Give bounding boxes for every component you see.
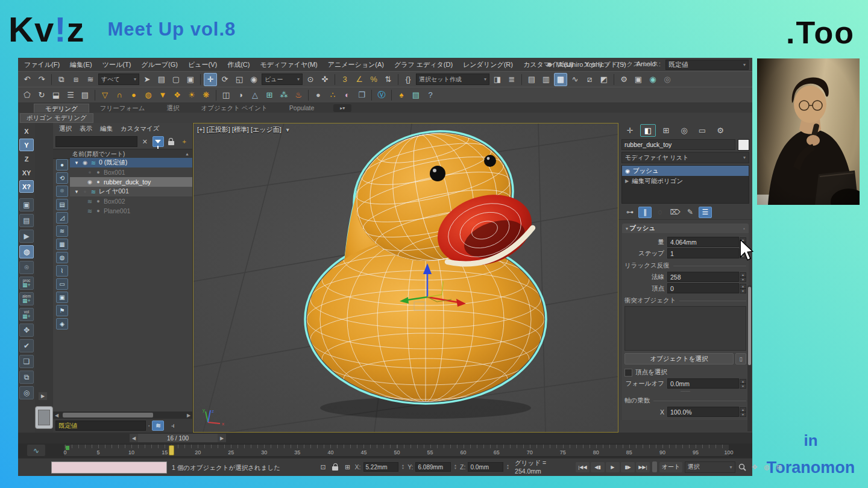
spinner-snap-icon[interactable]: ⇅ [382,73,395,86]
proc-create-icon[interactable]: proc▦+ [19,277,34,290]
normals-field[interactable]: 258 [667,272,739,282]
material-editor-icon[interactable]: ◩ [597,73,611,86]
ies-light-icon[interactable]: ❖ [171,89,184,102]
edit-stack-icon[interactable]: ✎ [684,207,697,218]
select-by-name-icon[interactable]: ▤ [155,73,168,86]
sphere-light-icon[interactable]: ● [127,89,140,102]
z-coord-field[interactable]: 0.0mm [468,462,503,472]
percent-snap-icon[interactable]: % [367,73,380,86]
stack-item-editable-poly[interactable]: ▶ 編集可能ポリゴン [622,176,749,186]
panel-scrollbar[interactable] [747,286,752,431]
menu-e[interactable]: 編集(E) [70,60,92,69]
pin-stack-icon[interactable]: ⊶ [623,207,637,218]
axis-constraint-y-button[interactable]: Y [19,139,34,151]
filter-helpers-icon[interactable]: ◿ [56,212,68,224]
target-light-icon[interactable]: ▽ [98,89,112,102]
ribbon-config-icon[interactable]: ▸▾ [333,104,351,112]
explorer-menu-item[interactable]: 選択 [59,125,72,133]
populate-tool-icon[interactable]: ⬠ [20,89,34,102]
x-spinner[interactable]: ▲▼ [401,464,405,470]
collision-objects-list[interactable] [624,306,746,351]
falloff-field[interactable]: 0.0mm [667,378,739,389]
tab-hierarchy-icon[interactable]: ⊞ [658,124,674,137]
expand-stack-icon[interactable]: ▶ [625,178,629,184]
axis-constraint-x-button[interactable]: X [19,125,34,137]
ribbon-tab-item[interactable]: モデリング [34,104,89,113]
ribbon-tab-item[interactable]: フリーフォーム [89,104,156,113]
next-frame-button[interactable]: ▮▶ [621,462,635,472]
reference-coordinate-dropdown[interactable]: ビュー▾ [262,74,303,85]
prev-frame-button[interactable]: ◀▮ [591,462,605,472]
forest-pack-icon[interactable]: ♠ [395,89,408,102]
explorer-row-box002[interactable]: ≋●Box002 [70,196,192,206]
hscroll-thumb[interactable] [63,413,153,418]
container-icon[interactable]: ⬓ [49,89,63,102]
layer-list-button[interactable]: ≋ [152,421,164,431]
use-pivot-center-icon[interactable]: ⊙ [304,73,317,86]
edit-named-selections-icon[interactable]: {} [401,73,415,86]
timeline-playhead[interactable] [169,445,174,455]
folders-icon[interactable]: ❏ [19,355,34,368]
fire-effect-icon[interactable]: ♨ [292,89,305,102]
pick-container-add-button[interactable]: + [178,136,190,147]
layer-icon[interactable]: ≋ [89,189,98,195]
tab-modify-icon[interactable]: ◧ [640,124,656,137]
filter-bones-icon[interactable]: ⌇ [56,265,68,277]
physical-camera-icon[interactable]: ◫ [219,89,233,102]
align-icon[interactable]: ≣ [505,73,518,86]
explorer-row-0[interactable]: ▾◉≋0 (既定値) [70,158,192,167]
steps-spinner[interactable]: ▲▼ [740,249,746,258]
script-editor-icon[interactable]: ▤ [19,214,34,227]
filter-materials-icon[interactable]: ▣ [56,292,68,303]
state-sets-icon[interactable]: ☰ [64,89,77,102]
key-filters-dropdown[interactable]: 選択▾ [685,461,735,473]
object-name-field[interactable]: rubber_duck_toy [621,139,735,150]
proxy-object-icon[interactable]: △ [248,89,262,102]
eye-icon[interactable]: ◉ [81,160,89,166]
clear-search-icon[interactable]: ✕ [139,136,151,147]
color-dots-icon[interactable]: ∴ [326,89,339,102]
expand-icon[interactable]: ▾ [72,160,81,166]
timeline-ruler[interactable]: 0510152025303540455055606570758085909510… [63,444,729,457]
viewport-label[interactable]: [+] [正投影] [標準] [エッジ面]▼ [197,125,291,134]
orbit-tool-icon[interactable]: ↻ [35,89,48,102]
zoom-icon[interactable] [738,461,747,472]
select-and-rotate-icon[interactable]: ⟳ [218,73,231,86]
tab-polygon-modeling[interactable]: ポリゴン モデリング [20,113,93,123]
explorer-row-box001[interactable]: ●●Box001 [70,167,192,177]
rollout-header[interactable]: ▾ ブッシュ ▪ [622,224,749,233]
expand-strip-arrow[interactable]: ▶ [39,392,47,400]
script-run-icon[interactable]: ▶ [19,230,34,243]
make-unique-icon[interactable]: ◌ [653,207,667,218]
eye-dim-icon[interactable]: ● [86,169,94,175]
play-button[interactable]: ▶ [606,462,620,472]
remove-modifier-icon[interactable]: ⌦ [668,207,682,218]
hierarchy-view-button[interactable]: ⫞ [166,421,178,431]
hand-list-icon[interactable]: ✔ [19,339,34,352]
bind-to-spacewarp-icon[interactable]: ≋ [84,73,97,86]
steps-field[interactable]: 1 [667,248,739,258]
lock-explorer-button[interactable] [166,136,177,147]
material-sphere-icon[interactable]: ● [312,89,325,102]
menu-g[interactable]: グループ(G) [141,60,178,69]
y-spinner[interactable]: ▲▼ [453,464,458,470]
explorer-menu-item[interactable]: 表示 [80,125,92,133]
object-color-swatch[interactable] [738,139,749,151]
light-lister-icon[interactable]: ⌾ [19,261,34,274]
schematic-view-icon[interactable]: ⧄ [583,73,596,86]
filter-shapes-icon[interactable]: ⟲ [56,172,68,184]
vray-toolbar-icon[interactable]: Ⓥ [375,89,388,102]
select-and-manipulate-icon[interactable]: ✜ [318,73,332,86]
filter-containers-icon[interactable]: ▭ [56,278,68,290]
select-and-scale-icon[interactable]: ◱ [233,73,246,86]
menu-v[interactable]: ビュー(V) [188,60,217,69]
alem-create-icon[interactable]: alem▦+ [19,292,34,305]
tab-utilities-icon[interactable]: ⚙ [712,124,728,137]
layer-dim-icon[interactable]: ≋ [86,208,94,214]
geodesic-light-icon[interactable]: ◍ [142,89,155,102]
x-multiplier-field[interactable]: 100.0% [667,407,739,417]
menu-r[interactable]: レンダリング(R) [463,60,513,69]
signin-user[interactable]: ☻ Masahiro Yoshic▾ [546,60,609,69]
rect-selection-region-icon[interactable]: ▢ [169,73,183,86]
hscroll-track[interactable] [60,412,185,418]
